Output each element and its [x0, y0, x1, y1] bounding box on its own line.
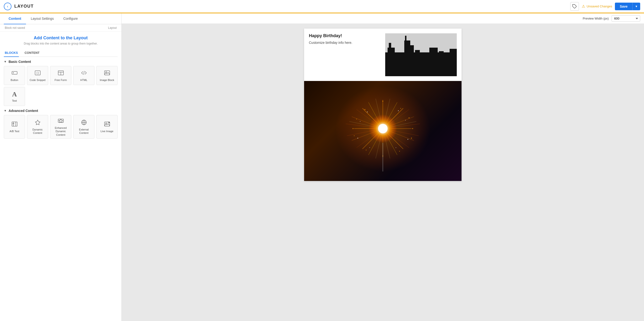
svg-rect-1 [12, 71, 17, 74]
block-label-image-block: Image Block [100, 78, 114, 82]
svg-point-68 [364, 109, 366, 110]
tag-icon [572, 4, 577, 9]
canvas-row-text-image: Happy Birthday! Customize birthday info … [304, 28, 462, 81]
svg-point-85 [408, 139, 408, 140]
preview-width-select[interactable]: 400 600 800 1000 1200 [612, 15, 640, 22]
block-item-html[interactable]: HTML [73, 66, 94, 85]
block-saved-note-bar: Block not saved Layout [0, 24, 122, 32]
canvas-text-block: Happy Birthday! Customize birthday info … [309, 33, 380, 76]
tab-layout-settings[interactable]: Layout Settings [26, 13, 59, 24]
block-label-dynamic-content: Dynamic Content [28, 128, 47, 135]
svg-point-10 [106, 72, 106, 73]
back-button[interactable]: ‹ [4, 2, 12, 10]
svg-rect-32 [439, 51, 444, 76]
block-icon-free-form [58, 70, 64, 77]
svg-rect-30 [421, 54, 428, 76]
block-item-dynamic-content[interactable]: Dynamic Content [27, 115, 48, 139]
svg-rect-35 [404, 40, 408, 76]
svg-point-81 [398, 111, 399, 111]
save-dropdown-button[interactable]: ▼ [632, 2, 640, 10]
svg-point-73 [411, 138, 412, 139]
block-item-live-image[interactable]: + Live Image [96, 115, 118, 139]
svg-rect-36 [405, 36, 406, 42]
sidebar-tabs: Content Layout Settings Configure [0, 13, 122, 24]
block-item-image-block[interactable]: Image Block [96, 66, 118, 85]
block-icon-enhanced-dynamic-content [58, 118, 64, 125]
svg-point-82 [360, 121, 360, 122]
blocks-content-tabs: BLOCKS CONTENT [4, 49, 118, 57]
block-item-free-form[interactable]: Free Form [50, 66, 71, 85]
svg-point-87 [396, 148, 396, 148]
main-layout: Content Layout Settings Configure Block … [0, 13, 644, 321]
svg-point-70 [356, 119, 357, 120]
block-icon-live-image: + [104, 121, 110, 128]
canvas-sparkle-image [304, 81, 462, 181]
tab-content[interactable]: Content [4, 13, 26, 24]
sidebar: Content Layout Settings Configure Block … [0, 13, 122, 321]
advanced-content-grid: A/B Test Dynamic Content [4, 115, 118, 139]
svg-point-86 [370, 148, 370, 148]
canvas-heading: Happy Birthday! [309, 33, 380, 38]
block-label-html: HTML [80, 78, 88, 82]
svg-point-79 [412, 128, 413, 129]
block-item-external-content[interactable]: External Content [73, 115, 94, 139]
block-label-enhanced-dynamic-content: Enhanced Dynamic Content [51, 126, 70, 137]
page-title: LAYOUT [14, 4, 34, 9]
section-header-advanced[interactable]: ▼ Advanced Content [4, 109, 118, 113]
topbar-left: ‹ LAYOUT [4, 2, 34, 10]
block-icon-ab-test [12, 121, 18, 128]
block-label-external-content: External Content [74, 128, 93, 135]
svg-point-83 [405, 120, 406, 121]
svg-point-75 [399, 151, 400, 152]
topbar: ‹ LAYOUT ⚠ Unsaved Changes Save ▼ [0, 0, 644, 13]
bc-tab-content[interactable]: CONTENT [24, 49, 40, 57]
section-label-advanced: Advanced Content [8, 109, 38, 113]
svg-rect-31 [429, 48, 438, 76]
svg-point-84 [358, 138, 358, 139]
block-item-code-snippet[interactable]: {} Code Snippet [27, 66, 48, 85]
block-icon-text: A [12, 91, 17, 98]
svg-point-74 [366, 150, 366, 151]
canvas-city-image-block [385, 33, 457, 76]
block-item-button[interactable]: Button [4, 66, 25, 85]
block-label-ab-test: A/B Test [10, 130, 19, 133]
svg-point-76 [382, 101, 383, 102]
canvas-body: Happy Birthday! Customize birthday info … [122, 24, 644, 321]
block-item-enhanced-dynamic-content[interactable]: Enhanced Dynamic Content [50, 115, 71, 139]
section-header-basic[interactable]: ▼ Basic Content [4, 60, 118, 64]
chevron-down-icon: ▼ [4, 60, 7, 63]
sparkle-bg [304, 81, 462, 181]
svg-point-80 [367, 112, 368, 112]
svg-point-71 [408, 117, 410, 118]
canvas-subtext: Customize birthday info here. [309, 41, 380, 44]
canvas-toolbar: Preview Width (px) 400 600 800 1000 1200 [122, 13, 644, 24]
svg-rect-25 [389, 43, 391, 48]
block-icon-button [12, 70, 18, 77]
section-label-basic: Basic Content [8, 60, 31, 64]
add-content-desc: Drag blocks into the content areas to gr… [4, 42, 118, 45]
skyline-svg [385, 33, 457, 76]
block-icon-code-snippet: {} [34, 70, 41, 77]
unsaved-changes-label: ⚠ Unsaved Changes [582, 4, 612, 8]
add-content-title: Add Content to the Layout [4, 35, 118, 40]
block-label-button: Button [11, 78, 18, 82]
block-label-text: Text [12, 99, 17, 102]
city-skyline [385, 33, 457, 76]
svg-text:+: + [108, 122, 109, 123]
svg-rect-9 [104, 71, 110, 75]
bc-tab-blocks[interactable]: BLOCKS [4, 49, 19, 57]
svg-rect-11 [12, 122, 17, 126]
basic-content-grid: Button {} Code Snippet [4, 66, 118, 106]
block-item-ab-test[interactable]: A/B Test [4, 115, 25, 139]
block-item-text[interactable]: A Text [4, 87, 25, 106]
svg-rect-26 [397, 55, 403, 76]
svg-point-69 [400, 108, 401, 109]
block-label-code-snippet: Code Snippet [30, 78, 46, 82]
sparkler-svg [309, 81, 457, 181]
tag-icon-button[interactable] [570, 2, 579, 11]
svg-marker-14 [59, 119, 63, 123]
tab-configure[interactable]: Configure [58, 13, 82, 24]
preview-width-label: Preview Width (px) [583, 17, 609, 20]
save-button[interactable]: Save [615, 2, 632, 10]
block-label-live-image: Live Image [101, 130, 114, 133]
